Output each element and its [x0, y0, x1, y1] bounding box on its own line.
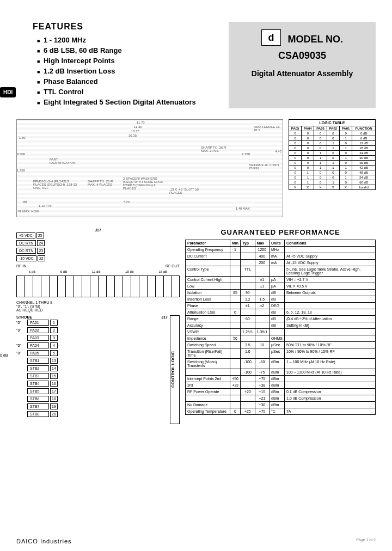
logic-cell: 1 [314, 151, 327, 156]
perf-cell: Intercept Points 2nd [186, 376, 230, 382]
pin-label: PA04 [27, 342, 49, 348]
logic-row: 000016 dB [289, 136, 376, 141]
mechanical-drawing: 11.70 11.30 10.75 10.35 1.50 3.500 1.750… [16, 119, 283, 217]
perf-row: Insertion Loss1.21.5dB [186, 296, 376, 303]
company-light: Industries [38, 538, 72, 544]
perf-row: Control TypeTTL5 Line, See Logic Table S… [186, 266, 376, 277]
perf-cell [230, 303, 241, 309]
logic-cell: 1 [327, 180, 339, 185]
logic-cell: 1 [339, 156, 352, 161]
logic-cell: 0 [314, 170, 327, 175]
logic-cell: 0 [327, 131, 339, 136]
attenuator-block-icon [16, 276, 180, 297]
perf-row: Impedance50OHMS [186, 335, 376, 342]
perf-cell: +75 [255, 376, 269, 382]
perf-cell: -75 [255, 369, 269, 376]
perf-row: Low±1µAVIL = +0.5 V [186, 283, 376, 290]
logic-row: 0001012 dB [289, 141, 376, 146]
perf-cell: +75 [255, 408, 269, 415]
perf-cell: dBm [270, 369, 285, 376]
perf-header: Typ [241, 240, 255, 247]
dim-text: 1.50 [19, 136, 26, 139]
logic-cell: 36 dB [352, 161, 376, 166]
model-label: MODEL NO. [287, 34, 343, 45]
perf-row: Switching (Video) Transients-100-60dBm1 … [186, 359, 376, 369]
feature-item: TTL Control [37, 88, 218, 96]
logic-cell: 6 dB [352, 136, 376, 141]
perf-cell: +33 [230, 382, 241, 389]
dim-text: 10.75 [131, 130, 139, 133]
logic-cell: 0 [327, 151, 339, 156]
pin-number: 2 [50, 327, 58, 333]
perf-cell: 1200 [255, 247, 269, 253]
logic-header: PA02 [327, 126, 339, 131]
logic-pin-row: STB416 [16, 380, 168, 387]
perf-header: Units [270, 240, 285, 247]
perf-cell [255, 335, 269, 342]
perf-cell [186, 260, 230, 266]
zero-db-label: 0 dB [0, 353, 8, 357]
perf-cell [285, 402, 376, 408]
feature-item: High Intercept Points [37, 57, 218, 65]
logic-pin-row: STB113 [16, 357, 168, 364]
company-name: DAICO Industries [16, 538, 72, 544]
logic-pin-row: "0"PA022 [16, 327, 168, 334]
perf-cell: 50% TTL to 90% / 10% RF [285, 342, 376, 348]
logic-cell: X [289, 185, 302, 190]
perf-cell: dBm [270, 395, 285, 402]
perf-cell: Impedance [186, 335, 230, 342]
perf-cell: OHMS [270, 335, 285, 342]
perf-cell: +15 [255, 389, 269, 395]
feature-item: Phase Balanced [37, 77, 218, 85]
perf-cell: Between Outputs [285, 290, 376, 296]
logic-cell: 0 [302, 136, 314, 141]
perf-cell [255, 322, 269, 329]
perf-cell [241, 322, 255, 329]
logic-cell: 0 [327, 156, 339, 161]
pin-number: 4 [50, 342, 58, 348]
dim-text: 11.70 [137, 121, 145, 124]
logic-cell: 0 [314, 131, 327, 136]
logic-pin-row: "0"PA055 [16, 350, 168, 357]
perf-cell: 1.0 [241, 348, 255, 359]
logic-level: "0" [16, 328, 26, 332]
logic-cell: 54 dB [352, 175, 376, 180]
perf-cell: ±1 [255, 277, 269, 283]
pin-number: 23 [37, 248, 45, 254]
perf-cell: 0.1 dB Compression [285, 389, 376, 395]
features-list: 1 - 1200 MHz 6 dB LSB, 60 dB Range High … [33, 36, 218, 106]
logic-cell: 0 [302, 161, 314, 166]
logic-cell: 0 [289, 156, 302, 161]
logic-cell: 0 [339, 161, 352, 166]
pin-label: DC RTN [16, 240, 36, 246]
perf-cell: Operating Temperature [186, 408, 230, 415]
perf-row: RF Power Operate+20+15dBm0.1 dB Compress… [186, 389, 376, 395]
perf-cell [230, 342, 241, 348]
perf-cell: °C [270, 408, 285, 415]
logic-cell: 0 [302, 151, 314, 156]
logic-cell: 1 [339, 166, 352, 170]
perf-cell: -100 [241, 359, 255, 369]
perf-cell [270, 266, 285, 277]
schematic-diagram: J17 +5 VDC25DC RTN24DC RTN23-15 VDC22 RF… [16, 228, 180, 435]
logic-cell: 0 [302, 166, 314, 170]
perf-cell: RF Power Operate [186, 389, 230, 395]
perf-cell: dB [270, 290, 285, 296]
perf-cell [285, 296, 376, 303]
pin-number: 5 [50, 350, 58, 356]
perf-row: Switching Speed3.510µSec50% TTL to 90% /… [186, 342, 376, 348]
perf-cell: Isolation [186, 290, 230, 296]
logic-cell: X [327, 185, 339, 190]
perf-cell: dBm [270, 402, 285, 408]
pin-label: DC RTN [16, 248, 36, 254]
perf-row: Intercept Points 2nd+50+75dBm [186, 376, 376, 382]
atten-db-label: 6 dB [29, 270, 35, 273]
perf-cell [241, 335, 255, 342]
note-text: PART IDENTIFICATION [50, 158, 82, 164]
pin-number: 20 [50, 411, 58, 417]
pin-number: 16 [50, 381, 58, 387]
logic-cell: 0 [289, 166, 302, 170]
pin-label: STB3 [27, 373, 49, 379]
pin-number: 24 [37, 240, 45, 246]
perf-cell [230, 316, 241, 322]
